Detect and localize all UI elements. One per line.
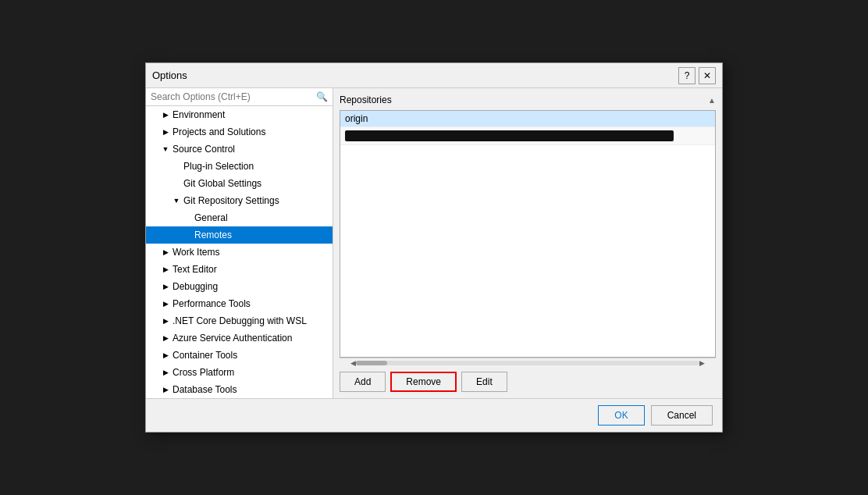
tree-arrow-work-items: ▶ <box>160 245 171 259</box>
tree-item-remotes[interactable]: Remotes <box>146 226 333 244</box>
left-panel: 🔍 ▶Environment▶Projects and Solutions▼So… <box>146 88 333 398</box>
tree-arrow-projects-solutions: ▶ <box>160 125 171 139</box>
scrollbar-thumb[interactable] <box>356 361 387 365</box>
repo-name-origin: origin <box>345 113 368 124</box>
dialog-footer: OK Cancel <box>146 398 722 432</box>
tree-item-source-control[interactable]: ▼Source Control <box>146 141 333 158</box>
tree-label-git-repository-settings: Git Repository Settings <box>182 194 279 208</box>
redacted-url <box>345 130 674 141</box>
tree-label-source-control: Source Control <box>171 142 235 156</box>
tree-item-git-repository-settings[interactable]: ▼Git Repository Settings <box>146 192 333 209</box>
tree-label-environment: Environment <box>171 108 225 122</box>
close-button[interactable]: ✕ <box>699 67 716 84</box>
tree-arrow-source-control: ▼ <box>160 142 171 156</box>
tree-label-debugging: Debugging <box>171 280 218 294</box>
tree-label-text-editor: Text Editor <box>171 262 217 276</box>
tree-arrow-performance-tools: ▶ <box>160 297 171 311</box>
search-box: 🔍 <box>146 88 333 106</box>
tree-arrow-database-tools: ▶ <box>160 383 171 397</box>
tree-arrow-azure-service-auth: ▶ <box>160 331 171 345</box>
tree-arrow-git-repository-settings: ▼ <box>171 194 182 208</box>
repo-table: origin <box>340 110 716 358</box>
tree-arrow-cross-platform: ▶ <box>160 365 171 379</box>
title-bar-buttons: ? ✕ <box>678 67 716 84</box>
tree-arrow-debugging: ▶ <box>160 280 171 294</box>
tree-label-projects-solutions: Projects and Solutions <box>171 125 265 139</box>
dialog-content: 🔍 ▶Environment▶Projects and Solutions▼So… <box>146 88 722 398</box>
scroll-left-arrow[interactable]: ◀ <box>350 359 356 367</box>
search-icon: 🔍 <box>316 91 328 102</box>
tree-label-work-items: Work Items <box>171 245 219 259</box>
tree-item-net-core-debugging[interactable]: ▶.NET Core Debugging with WSL <box>146 312 333 329</box>
ok-button[interactable]: OK <box>598 405 644 426</box>
options-dialog: Options ? ✕ 🔍 ▶Environment▶Projects and … <box>145 62 723 433</box>
tree-item-azure-service-auth[interactable]: ▶Azure Service Authentication <box>146 329 333 347</box>
tree-label-net-core-debugging: .NET Core Debugging with WSL <box>171 314 307 328</box>
help-button[interactable]: ? <box>678 67 695 84</box>
remove-button[interactable]: Remove <box>390 372 457 392</box>
scroll-up-arrow[interactable]: ▲ <box>708 96 716 105</box>
add-button[interactable]: Add <box>340 372 386 392</box>
tree-item-git-global-settings[interactable]: Git Global Settings <box>146 175 333 192</box>
tree-item-database-tools[interactable]: ▶Database Tools <box>146 381 333 398</box>
tree-item-plug-in-selection[interactable]: Plug-in Selection <box>146 158 333 175</box>
tree: ▶Environment▶Projects and Solutions▼Sour… <box>146 106 333 398</box>
tree-label-plug-in-selection: Plug-in Selection <box>182 159 254 173</box>
right-panel: Repositories ▲ origin ◀ ▶ <box>333 88 722 398</box>
horizontal-scrollbar: ◀ ▶ <box>340 358 716 367</box>
tree-item-debugging[interactable]: ▶Debugging <box>146 278 333 295</box>
repo-row-redacted[interactable] <box>340 127 715 145</box>
tree-item-container-tools[interactable]: ▶Container Tools <box>146 347 333 364</box>
tree-label-git-global-settings: Git Global Settings <box>182 176 261 191</box>
scroll-right-arrow[interactable]: ▶ <box>699 359 705 367</box>
tree-label-general: General <box>193 211 228 225</box>
tree-label-container-tools: Container Tools <box>171 348 237 362</box>
repositories-label: Repositories <box>340 94 392 105</box>
tree-label-database-tools: Database Tools <box>171 383 237 397</box>
tree-item-general[interactable]: General <box>146 209 333 226</box>
tree-arrow-container-tools: ▶ <box>160 348 171 362</box>
tree-label-azure-service-auth: Azure Service Authentication <box>171 331 292 345</box>
edit-button[interactable]: Edit <box>461 372 507 392</box>
tree-item-projects-solutions[interactable]: ▶Projects and Solutions <box>146 123 333 141</box>
tree-label-cross-platform: Cross Platform <box>171 365 234 379</box>
cancel-button[interactable]: Cancel <box>651 405 713 426</box>
action-buttons: Add Remove Edit <box>340 372 716 392</box>
search-input[interactable] <box>151 91 316 102</box>
tree-item-text-editor[interactable]: ▶Text Editor <box>146 261 333 278</box>
dialog-title: Options <box>152 69 187 81</box>
repo-row-origin[interactable]: origin <box>340 111 715 127</box>
tree-label-performance-tools: Performance Tools <box>171 297 251 311</box>
tree-arrow-text-editor: ▶ <box>160 262 171 276</box>
tree-item-environment[interactable]: ▶Environment <box>146 106 333 123</box>
tree-item-performance-tools[interactable]: ▶Performance Tools <box>146 295 333 312</box>
tree-arrow-net-core-debugging: ▶ <box>160 314 171 328</box>
right-panel-header: Repositories ▲ <box>340 94 716 105</box>
scrollbar-track <box>356 361 699 365</box>
tree-label-remotes: Remotes <box>193 228 232 242</box>
tree-item-cross-platform[interactable]: ▶Cross Platform <box>146 364 333 381</box>
tree-item-work-items[interactable]: ▶Work Items <box>146 244 333 261</box>
tree-arrow-environment: ▶ <box>160 108 171 122</box>
title-bar: Options ? ✕ <box>146 63 722 88</box>
